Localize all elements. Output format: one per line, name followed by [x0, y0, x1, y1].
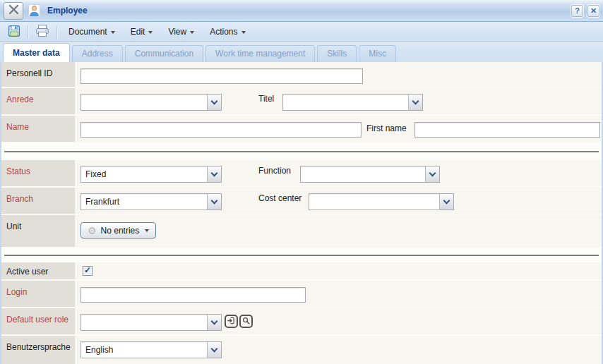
divider-line	[4, 151, 599, 152]
section-divider	[1, 143, 602, 160]
print-button[interactable]	[32, 23, 53, 42]
active-user-checkbox[interactable]	[83, 266, 92, 276]
gear-icon: ⚙	[88, 226, 97, 236]
close-button[interactable]: ✕	[587, 5, 599, 17]
chevron-down-icon[interactable]	[207, 166, 221, 182]
help-button[interactable]: ?	[571, 5, 583, 17]
chevron-down-icon	[190, 31, 194, 34]
default-user-role-select[interactable]	[80, 314, 222, 331]
benutzersprache-row: Benutzersprache English	[1, 336, 602, 364]
toolbar: Document Edit View Actions	[0, 22, 603, 42]
chevron-down-icon[interactable]	[207, 342, 221, 358]
branch-select[interactable]: Frankfurt	[80, 193, 222, 210]
chevron-down-icon[interactable]	[425, 166, 439, 182]
menu-document-label: Document	[68, 27, 107, 37]
branch-value: Frankfurt	[81, 194, 207, 210]
master-data-form: Personell ID Anrede Titel Name	[0, 62, 603, 364]
cost-center-value	[309, 194, 439, 210]
titel-value	[283, 95, 408, 110]
name-input[interactable]	[80, 122, 362, 138]
unit-entries-label: No entries	[101, 226, 140, 236]
tab-misc[interactable]: Misc	[359, 45, 396, 62]
login-input[interactable]	[80, 287, 306, 303]
status-value: Fixed	[81, 166, 207, 182]
benutzersprache-value: English	[81, 342, 207, 358]
function-value	[301, 166, 425, 182]
name-label: Name	[1, 116, 75, 142]
benutzersprache-label: Benutzersprache	[1, 336, 75, 364]
anrede-row: Anrede Titel	[1, 88, 602, 116]
menu-view[interactable]: View	[160, 22, 202, 42]
title-bar: Employee ? ✕	[0, 0, 603, 22]
assign-role-button[interactable]	[225, 315, 238, 328]
menu-view-label: View	[168, 27, 186, 37]
employee-window: Employee ? ✕	[0, 0, 603, 364]
divider-line	[4, 255, 599, 256]
tab-skills[interactable]: Skills	[317, 45, 357, 62]
chevron-down-icon[interactable]	[207, 315, 221, 330]
tab-work-time-management[interactable]: Work time management	[205, 45, 315, 62]
anrede-value	[81, 95, 207, 110]
anrede-select[interactable]	[80, 94, 222, 111]
personell-id-row: Personell ID	[1, 62, 602, 88]
chevron-down-icon[interactable]	[207, 95, 221, 110]
menu-actions[interactable]: Actions	[202, 22, 253, 42]
branch-row: Branch Frankfurt Cost center	[1, 188, 602, 215]
status-label: Status	[1, 160, 75, 186]
default-user-role-label: Default user role	[1, 308, 75, 334]
window-title: Employee	[47, 6, 88, 16]
menu-document[interactable]: Document	[61, 22, 123, 42]
search-role-button[interactable]	[239, 315, 253, 328]
branch-label: Branch	[1, 188, 75, 214]
chevron-down-icon	[148, 31, 153, 34]
personell-id-input[interactable]	[80, 68, 363, 84]
anrede-label: Anrede	[1, 88, 75, 114]
chevron-down-icon[interactable]	[207, 194, 221, 210]
chevron-down-icon[interactable]	[439, 194, 453, 210]
first-name-input[interactable]	[414, 122, 600, 138]
function-select[interactable]	[300, 166, 440, 183]
tab-master-data[interactable]: Master data	[3, 43, 70, 62]
chevron-down-icon	[111, 31, 115, 34]
default-user-role-row: Default user role	[1, 308, 602, 336]
close-panel-button[interactable]	[4, 2, 23, 20]
name-row: Name First name	[1, 116, 602, 143]
cost-center-select[interactable]	[309, 193, 454, 210]
print-icon	[35, 24, 50, 40]
unit-label: Unit	[1, 215, 75, 247]
tab-communication[interactable]: Communication	[125, 45, 203, 62]
benutzersprache-select[interactable]: English	[80, 341, 222, 358]
toolbar-separator	[28, 25, 28, 39]
titel-select[interactable]	[282, 94, 423, 111]
first-name-label: First name	[366, 123, 407, 133]
default-user-role-value	[81, 315, 207, 330]
search-icon	[242, 316, 250, 327]
chevron-down-icon[interactable]	[408, 95, 422, 110]
employee-icon	[28, 4, 40, 18]
unit-row: Unit ⚙ No entries	[1, 215, 602, 248]
save-button[interactable]	[4, 23, 24, 42]
login-row: Login	[1, 281, 602, 308]
section-divider	[1, 248, 602, 262]
tab-address[interactable]: Address	[72, 45, 123, 62]
active-user-label: Active user	[1, 262, 75, 279]
menu-actions-label: Actions	[210, 27, 237, 37]
save-icon	[7, 24, 21, 40]
x-icon	[8, 4, 19, 17]
personell-id-label: Personell ID	[1, 62, 75, 87]
active-user-row: Active user	[1, 262, 602, 281]
cost-center-label: Cost center	[258, 193, 302, 203]
login-label: Login	[1, 281, 75, 307]
function-label: Function	[258, 166, 291, 176]
menu-edit[interactable]: Edit	[123, 22, 161, 42]
unit-entries-button[interactable]: ⚙ No entries	[80, 222, 156, 238]
chevron-down-icon	[145, 229, 149, 232]
menu-edit-label: Edit	[131, 27, 145, 37]
titel-label: Titel	[258, 94, 274, 104]
assign-icon	[227, 316, 235, 327]
chevron-down-icon	[241, 31, 246, 34]
status-row: Status Fixed Function	[1, 160, 602, 188]
tab-bar: Master data Address Communication Work t…	[0, 42, 603, 62]
status-select[interactable]: Fixed	[80, 166, 222, 183]
toolbar-separator	[56, 25, 57, 39]
